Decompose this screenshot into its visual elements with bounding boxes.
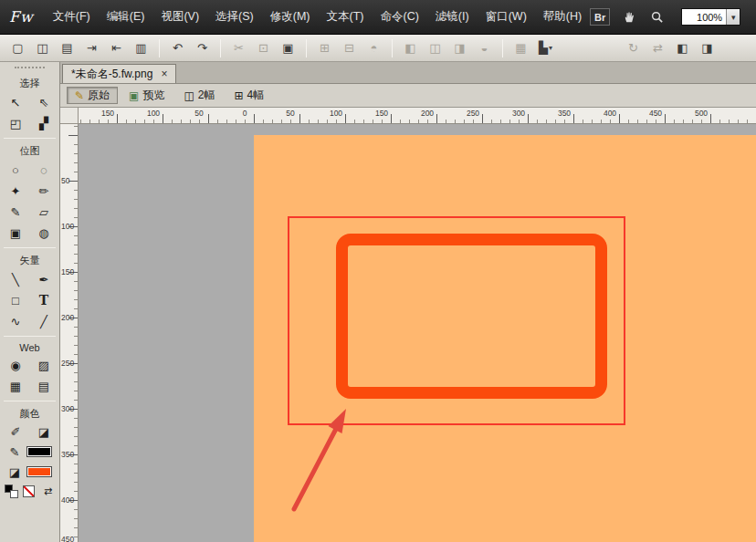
paste-button[interactable]: ▣ xyxy=(277,38,299,58)
text-tool[interactable]: T xyxy=(32,290,56,310)
redo-button[interactable]: ↷ xyxy=(191,38,214,58)
fill-color-well[interactable] xyxy=(26,466,52,477)
ruler-origin-box xyxy=(60,108,79,124)
magic-wand-tool[interactable]: ✦ xyxy=(4,181,27,201)
scale-tool[interactable]: ◰ xyxy=(4,113,27,133)
no-color-button[interactable] xyxy=(23,485,37,498)
hotspot-tool[interactable]: ◉ xyxy=(4,355,27,375)
menu-item-view[interactable]: 视图(V) xyxy=(152,5,207,28)
lasso-tool[interactable]: ◌ xyxy=(32,160,56,180)
show-slices-button[interactable]: ▦ xyxy=(4,376,27,396)
panel-grip[interactable] xyxy=(15,67,45,71)
align-menu-button[interactable]: ▙ ▾ xyxy=(534,38,557,58)
hide-slices-button[interactable]: ▤ xyxy=(32,376,56,396)
pen-tool[interactable]: ✒ xyxy=(32,269,56,289)
menu-item-commands[interactable]: 命令(C) xyxy=(373,5,427,28)
default-colors-button[interactable] xyxy=(5,485,18,498)
ruler-v-label: 350 xyxy=(61,450,78,459)
chevron-down-icon[interactable]: ▾ xyxy=(726,9,740,25)
view-mode-original-button[interactable]: ✎ 原始 xyxy=(67,87,118,104)
canvas-viewport[interactable] xyxy=(79,124,756,542)
close-icon[interactable]: × xyxy=(161,68,167,79)
menu-item-modify[interactable]: 修改(M) xyxy=(262,5,319,28)
menu-item-window[interactable]: 窗口(W) xyxy=(478,5,535,28)
align-left-button[interactable]: ◧ xyxy=(399,38,422,58)
zoom-level-combobox[interactable]: 100% ▾ xyxy=(681,8,740,26)
toolbar-separator xyxy=(306,39,307,57)
new-document-button[interactable]: ▢ xyxy=(6,38,29,58)
ruler-v-label: 450 xyxy=(61,535,78,542)
hand-icon[interactable] xyxy=(621,9,637,26)
save-button[interactable]: ◫ xyxy=(31,38,54,58)
section-divider xyxy=(4,336,56,337)
pointer-tool[interactable]: ↖ xyxy=(4,92,27,112)
view-mode-preview-button[interactable]: ▣ 预览 xyxy=(121,87,173,104)
view-mode-2up-button[interactable]: ◫ 2幅 xyxy=(175,87,223,104)
eraser-tool[interactable]: ▱ xyxy=(32,202,56,222)
menu-item-select[interactable]: 选择(S) xyxy=(207,5,262,28)
section-divider xyxy=(4,138,56,139)
slice-tool[interactable]: ▨ xyxy=(32,355,56,375)
ruler-v-label: 250 xyxy=(61,359,78,368)
export-button[interactable]: ⇤ xyxy=(105,38,128,58)
ruler-h-label: 100 xyxy=(327,109,345,118)
ungroup-button[interactable]: ⊟ xyxy=(338,38,361,58)
toolbar-separator xyxy=(220,39,221,57)
swap-colors-button[interactable]: ⇄ xyxy=(41,485,55,498)
undo-button[interactable]: ↶ xyxy=(166,38,189,58)
vertical-ruler: 50 100 150 200 250 300 350 400 450 xyxy=(60,124,79,542)
crop-tool[interactable]: ▞ xyxy=(32,113,56,133)
two-up-icon: ◫ xyxy=(184,89,194,102)
group-button[interactable]: ⊞ xyxy=(313,38,336,58)
menu-item-filters[interactable]: 滤镜(I) xyxy=(427,5,478,28)
ruler-h-label: 0 xyxy=(236,109,254,118)
align-center-button[interactable]: ◫ xyxy=(424,38,446,58)
view-mode-2up-label: 2幅 xyxy=(198,88,215,103)
rotate-button[interactable]: ↻ xyxy=(622,38,645,58)
line-tool[interactable]: ╲ xyxy=(4,269,27,289)
align-bottom-button[interactable]: ◒ xyxy=(473,38,496,58)
menu-item-edit[interactable]: 编辑(E) xyxy=(99,5,153,28)
free-transform-button[interactable]: ▦ xyxy=(509,38,532,58)
panel-toggle-right-button[interactable]: ◨ xyxy=(696,38,719,58)
subselection-tool[interactable]: ⇖ xyxy=(32,92,56,112)
menu-item-file[interactable]: 文件(F) xyxy=(45,5,99,28)
main-toolbar: ▢ ◫ ▤ ⇥ ⇤ ▥ ↶ ↷ ✂ ⊡ ▣ ⊞ ⊟ ◓ ◧ ◫ ◨ ◒ xyxy=(0,35,756,62)
view-mode-bar: ✎ 原始 ▣ 预览 ◫ 2幅 ⊞ 4幅 xyxy=(60,84,756,108)
cut-button[interactable]: ✂ xyxy=(227,38,250,58)
import-button[interactable]: ⇥ xyxy=(80,38,103,58)
view-mode-preview-label: 预览 xyxy=(142,88,164,103)
bring-to-front-button[interactable]: ◓ xyxy=(362,38,385,58)
ruler-h-label: 500 xyxy=(692,109,710,118)
clipboard-button-group: ✂ ⊡ ▣ xyxy=(226,38,300,58)
menu-item-help[interactable]: 帮助(H) xyxy=(535,5,590,28)
rubber-stamp-tool[interactable]: ▣ xyxy=(4,223,27,243)
knife-tool[interactable]: ╱ xyxy=(32,311,56,331)
search-icon[interactable] xyxy=(648,9,665,26)
print-button[interactable]: ▥ xyxy=(130,38,152,58)
document-tab-bar: *未命名-5.fw.png × xyxy=(60,62,756,84)
paint-bucket-tool[interactable]: ◪ xyxy=(32,422,56,442)
freeform-tool[interactable]: ∿ xyxy=(4,311,27,331)
flip-button[interactable]: ⇄ xyxy=(646,38,669,58)
brush-tool[interactable]: ✏ xyxy=(32,181,56,201)
tools-section-label-web: Web xyxy=(0,339,59,354)
view-mode-4up-button[interactable]: ⊞ 4幅 xyxy=(226,87,272,104)
blur-tool[interactable]: ◍ xyxy=(32,223,56,243)
eyedropper-tool[interactable]: ✐ xyxy=(4,422,27,442)
copy-button[interactable]: ⊡ xyxy=(252,38,275,58)
fill-bucket-icon: ◪ xyxy=(7,462,22,482)
arrange-button-group: ⊞ ⊟ ◓ xyxy=(312,38,386,58)
ruler-v-label: 300 xyxy=(61,404,78,413)
bridge-button[interactable]: Br xyxy=(590,8,610,26)
document-tab[interactable]: *未命名-5.fw.png × xyxy=(62,64,176,83)
align-right-button[interactable]: ◨ xyxy=(448,38,471,58)
menu-item-text[interactable]: 文本(T) xyxy=(319,5,373,28)
oval-marquee-tool[interactable]: ○ xyxy=(4,160,27,180)
pencil-tool[interactable]: ✎ xyxy=(4,202,27,222)
rectangle-tool[interactable]: □ xyxy=(4,290,27,310)
ruler-v-label: 150 xyxy=(61,267,78,276)
stroke-color-well[interactable] xyxy=(26,446,52,457)
panel-toggle-left-button[interactable]: ◧ xyxy=(671,38,694,58)
open-button[interactable]: ▤ xyxy=(56,38,79,58)
